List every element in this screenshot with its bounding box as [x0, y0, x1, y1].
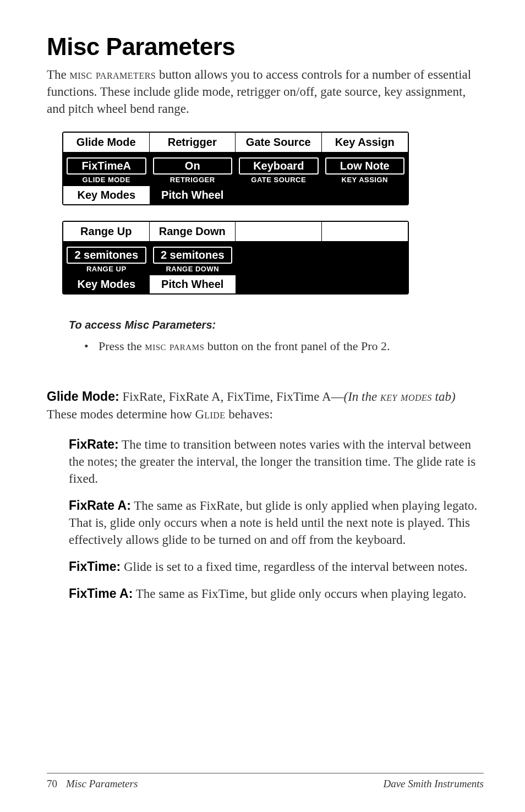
bullet-smallcaps: misc params — [145, 339, 204, 353]
tab-empty-4 — [322, 275, 408, 293]
col-header-key-assign: Key Assign — [322, 133, 408, 152]
fixrate-a-name: FixRate A: — [69, 498, 131, 513]
def-italic-pre: (In the — [344, 390, 380, 404]
panel1-tabs: Key Modes Pitch Wheel — [63, 186, 408, 204]
fixtime-a-body: The same as FixTime, but glide only occu… — [133, 587, 466, 601]
bullet-dot: • — [84, 339, 89, 353]
glide-mode-name: Glide Mode: — [47, 389, 119, 404]
tab-empty-2 — [322, 186, 408, 204]
tab-pitch-wheel[interactable]: Pitch Wheel — [150, 186, 236, 204]
value-range-down: 2 semitones — [153, 247, 233, 264]
fixtime-name: FixTime: — [69, 559, 121, 574]
tab-pitch-wheel-2[interactable]: Pitch Wheel — [150, 275, 236, 293]
display-panel-key-modes: Glide Mode Retrigger Gate Source Key Ass… — [62, 132, 409, 205]
col-empty-2 — [322, 222, 408, 241]
glide-mode-definition-lead: Glide Mode: FixRate, FixRate A, FixTime,… — [47, 388, 484, 423]
fixtime-a-name: FixTime A: — [69, 586, 133, 601]
label-retrigger: RETRIGGER — [153, 176, 233, 186]
access-bullet: • Press the misc params button on the fr… — [84, 339, 484, 353]
tab-key-modes-2[interactable]: Key Modes — [63, 275, 150, 293]
label-key-assign: KEY ASSIGN — [325, 176, 405, 186]
page-footer: 70 Misc Parameters Dave Smith Instrument… — [47, 773, 484, 790]
def-fixrate-a: FixRate A: The same as FixRate, but glid… — [69, 497, 484, 548]
page-title: Misc Parameters — [47, 33, 484, 61]
access-heading: To access Misc Parameters: — [69, 319, 484, 331]
label-range-up: RANGE UP — [67, 265, 146, 275]
fixrate-name: FixRate: — [69, 437, 119, 451]
label-gate-source: GATE SOURCE — [239, 176, 319, 186]
panel1-values-row: FixTimeA GLIDE MODE On RETRIGGER Keyboar… — [63, 152, 408, 186]
col-header-range-up: Range Up — [63, 222, 150, 241]
value-glide-mode: FixTimeA — [67, 157, 146, 175]
def-fixrate: FixRate: The time to transition between … — [69, 436, 484, 487]
bullet-pre: Press the — [99, 339, 145, 353]
value-key-assign: Low Note — [325, 157, 405, 175]
fixrate-body: The time to transition between notes var… — [69, 438, 475, 486]
def-italic-sc: key modes — [380, 390, 432, 404]
def-tail-sc: lide — [204, 407, 225, 421]
footer-right: Dave Smith Instruments — [383, 778, 484, 790]
intro-paragraph: The misc parameters button allows you to… — [47, 66, 484, 117]
footer-page-number: 70 — [47, 778, 57, 790]
footer-section: Misc Parameters — [66, 778, 138, 790]
tab-empty-1 — [236, 186, 322, 204]
value-gate-source: Keyboard — [239, 157, 319, 175]
def-fixtime-a: FixTime A: The same as FixTime, but glid… — [69, 585, 484, 602]
def-fixtime: FixTime: Glide is set to a fixed time, r… — [69, 558, 484, 575]
def-tail2: behaves: — [226, 407, 273, 421]
panel2-values-row: 2 semitones RANGE UP 2 semitones RANGE D… — [63, 241, 408, 275]
fixtime-body: Glide is set to a fixed time, regardless… — [121, 560, 467, 574]
col-header-gate-source: Gate Source — [236, 133, 322, 152]
def-italic-post: tab) — [432, 390, 456, 404]
value-retrigger: On — [153, 157, 233, 175]
panel2-header-row: Range Up Range Down — [63, 222, 408, 241]
display-panel-pitch-wheel: Range Up Range Down 2 semitones RANGE UP… — [62, 221, 409, 295]
glide-mode-values: FixRate, FixRate A, FixTime, FixTime A— — [119, 390, 344, 404]
label-glide-mode: GLIDE MODE — [67, 176, 146, 186]
tab-empty-3 — [236, 275, 322, 293]
col-header-range-down: Range Down — [150, 222, 236, 241]
def-tail: These modes determine how G — [47, 407, 204, 421]
bullet-post: button on the front panel of the Pro 2. — [204, 339, 390, 353]
value-range-up: 2 semitones — [67, 247, 146, 264]
intro-smallcaps-1: misc parameters — [70, 68, 156, 81]
panel2-tabs: Key Modes Pitch Wheel — [63, 275, 408, 293]
col-empty-1 — [236, 222, 322, 241]
col-header-retrigger: Retrigger — [150, 133, 236, 152]
label-range-down: RANGE DOWN — [153, 265, 233, 275]
tab-key-modes[interactable]: Key Modes — [63, 186, 150, 204]
panel1-header-row: Glide Mode Retrigger Gate Source Key Ass… — [63, 133, 408, 152]
col-header-glide-mode: Glide Mode — [63, 133, 150, 152]
